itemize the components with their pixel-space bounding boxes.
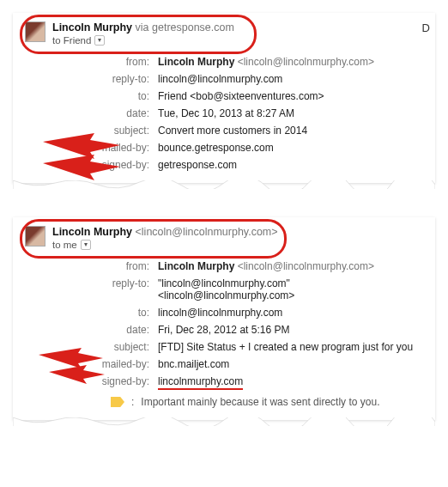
from-label: from: [76,260,149,272]
date-value: Tue, Dec 10, 2013 at 8:27 AM [158,107,423,119]
sender-name: Lincoln Murphy [52,21,132,33]
avatar [25,21,45,42]
to-value: lincoln@lincolnmurphy.com [158,307,423,319]
email-header: Lincoln Murphy <lincoln@lincolnmurphy.co… [25,226,423,250]
signed-value: lincolnmurphy.com [158,375,423,387]
subject-value: [FTD] Site Status + I created a new prog… [158,341,423,353]
from-email: <lincoln@lincolnmurphy.com> [238,260,374,272]
via-domain: getresponse.com [152,21,234,33]
sender-line: Lincoln Murphy via getresponse.com [52,21,234,33]
date-label: date: [76,324,149,336]
mailed-value: bounce.getresponse.com [158,142,423,154]
importance-marker-icon [111,397,124,407]
from-name: Lincoln Murphy [158,56,234,68]
email-header: Lincoln Murphy via getresponse.com to Fr… [25,21,423,46]
reply-value: "lincoln@lincolnmurphy.com" <lincoln@lin… [158,277,423,301]
email-details: from: Lincoln Murphy <lincoln@lincolnmur… [76,56,423,171]
to-label: to: [76,90,149,102]
to-label: to: [76,307,149,319]
recipient-line: to Friend ▾ [52,35,234,46]
details-dropdown-trigger[interactable]: ▾ [94,35,105,46]
from-value: Lincoln Murphy <lincoln@lincolnmurphy.co… [158,260,423,272]
subject-value: Convert more customers in 2014 [158,125,423,137]
reply-label: reply-to: [76,277,149,301]
to-text: to me [52,240,77,250]
from-email: <lincoln@lincolnmurphy.com> [238,56,374,68]
signed-value: getresponse.com [158,159,423,171]
mailed-label: mailed-by: [76,358,149,370]
date-label: date: [76,107,149,119]
reply-label: reply-to: [76,73,149,85]
subject-label: subject: [76,125,149,137]
signed-value-text: lincolnmurphy.com [158,375,243,390]
from-label: from: [76,56,149,68]
email-card-2: Lincoln Murphy <lincoln@lincolnmurphy.co… [13,217,435,420]
important-text: Important mainly because it was sent dir… [141,396,379,408]
torn-edge [13,180,435,189]
signed-label: signed-by: [76,159,149,171]
from-value: Lincoln Murphy <lincoln@lincolnmurphy.co… [158,56,423,68]
sender-name: Lincoln Murphy [52,226,132,238]
torn-edge [13,417,435,426]
to-value: Friend <bob@sixteenventures.com> [158,90,423,102]
sender-email: <lincoln@lincolnmurphy.com> [136,226,278,238]
important-row: : Important mainly because it was sent d… [111,396,423,408]
avatar [25,226,45,247]
sender-line: Lincoln Murphy <lincoln@lincolnmurphy.co… [52,226,278,238]
from-name: Lincoln Murphy [158,260,234,272]
reply-value: lincoln@lincolnmurphy.com [158,73,423,85]
subject-label: subject: [76,341,149,353]
recipient-line: to me ▾ [52,240,278,250]
signed-label: signed-by: [76,375,149,387]
to-text: to Friend [52,35,91,46]
date-value: Fri, Dec 28, 2012 at 5:16 PM [158,324,423,336]
via-label: via [136,21,149,33]
email-card-1: D Lincoln Murphy via getresponse.com to … [13,13,435,183]
email-details: from: Lincoln Murphy <lincoln@lincolnmur… [76,260,423,408]
mailed-value: bnc.mailjet.com [158,358,423,370]
details-dropdown-trigger[interactable]: ▾ [81,240,91,250]
side-letter: D [422,21,430,34]
mailed-label: mailed-by: [76,142,149,154]
